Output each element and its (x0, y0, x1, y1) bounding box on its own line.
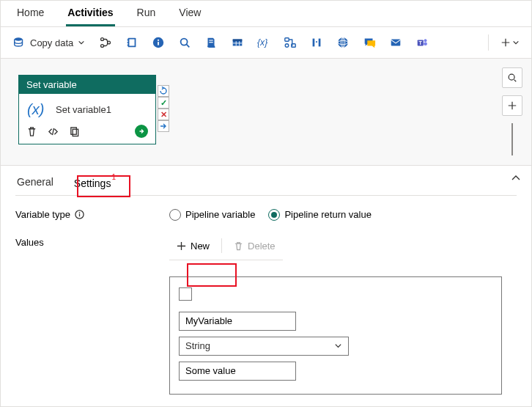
activity-type-label: Set variable (19, 76, 155, 94)
pins-icon[interactable] (305, 32, 328, 54)
code-icon[interactable] (48, 126, 59, 137)
tab-view[interactable]: View (177, 7, 202, 26)
svg-rect-42 (79, 213, 80, 216)
value-type-selected: String (185, 340, 210, 351)
value-type-select[interactable]: String (179, 337, 349, 356)
tab-settings[interactable]: Settings1 (73, 173, 117, 195)
notebook-icon[interactable] (120, 32, 144, 54)
svg-rect-38 (73, 129, 78, 136)
tab-general[interactable]: General (15, 173, 55, 195)
tab-activities[interactable]: Activities (66, 7, 114, 26)
svg-point-1 (101, 38, 104, 41)
svg-point-23 (286, 44, 289, 48)
value-entry-card: String (169, 276, 502, 395)
svg-point-0 (15, 37, 23, 41)
svg-point-11 (158, 40, 159, 41)
activities-toolbar: Copy data {x} T (1, 27, 531, 59)
svg-rect-31 (391, 40, 401, 46)
plus-icon (500, 37, 511, 48)
delete-icon[interactable] (26, 126, 37, 137)
svg-rect-5 (130, 40, 135, 46)
value-select-checkbox[interactable] (179, 287, 192, 301)
copy-data-button[interactable]: Copy data (8, 32, 91, 54)
svg-point-2 (101, 45, 104, 48)
variable-icon[interactable]: {x} (252, 32, 276, 54)
svg-point-39 (509, 74, 514, 80)
activity-card-set-variable[interactable]: Set variable (x) Set variable1 (18, 75, 156, 144)
svg-rect-24 (313, 39, 315, 47)
svg-rect-21 (285, 38, 289, 42)
svg-point-12 (181, 39, 188, 45)
svg-rect-25 (319, 39, 321, 47)
settings-badge: 1 (111, 173, 116, 181)
svg-text:{x}: {x} (257, 37, 267, 48)
details-panel: General Settings1 Variable type Pipeline… (1, 166, 531, 402)
search-tool-icon[interactable] (173, 32, 196, 54)
values-bar-separator (221, 238, 222, 253)
svg-rect-35 (424, 43, 428, 46)
svg-text:T: T (419, 40, 423, 46)
zoom-track[interactable] (511, 123, 513, 155)
new-button-label: New (191, 241, 210, 252)
activity-name: Set variable1 (56, 104, 111, 115)
svg-point-41 (79, 212, 81, 213)
value-value-input[interactable] (179, 362, 296, 381)
info-icon[interactable] (147, 32, 170, 54)
svg-rect-13 (210, 40, 213, 40)
copy-data-label: Copy data (30, 37, 73, 48)
handle-fail-icon[interactable]: ✕ (158, 109, 169, 120)
top-tab-bar: Home Activities Run View (1, 1, 531, 27)
tab-run[interactable]: Run (136, 7, 158, 26)
tab-settings-label: Settings (74, 177, 111, 189)
svg-rect-10 (158, 42, 159, 45)
variable-type-label: Variable type (15, 209, 169, 220)
svg-rect-37 (71, 127, 77, 133)
detail-tab-bar: General Settings1 (15, 173, 517, 196)
branch-icon[interactable] (94, 32, 117, 54)
plus-icon (177, 241, 186, 251)
chevron-down-icon (334, 342, 342, 350)
handle-success-icon[interactable]: ✓ (158, 97, 169, 109)
activity-output-handles: ✓ ✕ (158, 85, 169, 132)
info-outline-icon[interactable] (75, 210, 84, 219)
toolbar-separator (488, 34, 489, 51)
svg-rect-8 (128, 45, 129, 46)
variable-icon: (x) (26, 101, 48, 117)
svg-text:(x): (x) (27, 101, 44, 117)
value-name-input[interactable] (179, 312, 296, 331)
svg-rect-26 (316, 41, 317, 43)
chat-icon[interactable] (358, 32, 381, 54)
table-icon[interactable] (226, 32, 249, 54)
add-activity-button[interactable] (496, 32, 524, 54)
svg-rect-6 (128, 40, 129, 41)
mail-icon[interactable] (384, 32, 407, 54)
radio-pipeline-variable[interactable]: Pipeline variable (169, 209, 255, 221)
svg-point-34 (424, 39, 427, 42)
radio-pipeline-variable-label: Pipeline variable (185, 209, 255, 220)
new-value-button[interactable]: New (169, 237, 217, 255)
handle-skip-icon[interactable] (158, 85, 169, 97)
chevron-down-icon (512, 39, 520, 46)
values-label: Values (15, 237, 169, 248)
script-icon[interactable] (199, 32, 223, 54)
tab-home[interactable]: Home (15, 7, 45, 26)
web-icon[interactable] (331, 32, 355, 54)
radio-pipeline-return-value[interactable]: Pipeline return value (268, 209, 372, 221)
database-icon (12, 36, 26, 49)
canvas-search-button[interactable] (502, 67, 522, 88)
delete-value-button[interactable]: Delete (226, 237, 283, 255)
handle-completion-icon[interactable] (158, 120, 169, 132)
delete-button-label: Delete (248, 241, 276, 252)
canvas-add-button[interactable] (502, 95, 522, 116)
chevron-down-icon (78, 39, 85, 46)
copy-icon[interactable] (69, 126, 80, 137)
flow-icon[interactable] (278, 32, 302, 54)
svg-rect-14 (210, 42, 213, 43)
teams-icon[interactable]: T (410, 32, 434, 54)
svg-rect-7 (128, 42, 129, 43)
svg-rect-16 (233, 40, 243, 42)
radio-pipeline-return-label: Pipeline return value (284, 209, 372, 220)
trash-icon (234, 241, 243, 251)
run-activity-icon[interactable] (135, 125, 148, 138)
pipeline-canvas[interactable]: Set variable (x) Set variable1 (1, 59, 531, 166)
